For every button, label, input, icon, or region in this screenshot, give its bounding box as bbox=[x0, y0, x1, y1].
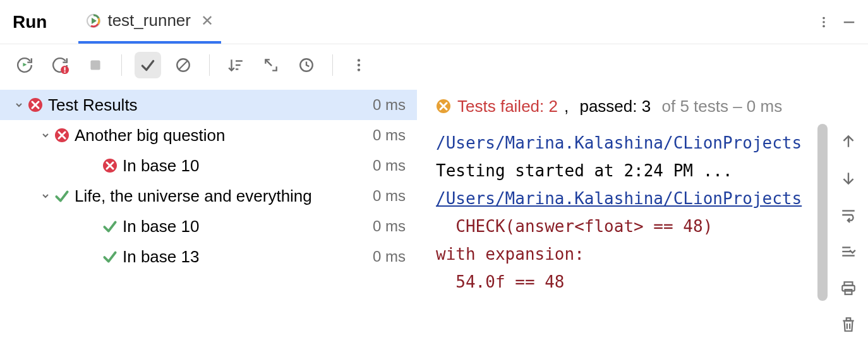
test-tree-row[interactable]: In base 130 ms bbox=[0, 241, 417, 272]
rerun-failed-button[interactable] bbox=[47, 52, 73, 78]
soft-wrap-button[interactable] bbox=[837, 204, 860, 226]
summary-line: Tests failed: 2, passed: 3 of 5 tests – … bbox=[436, 92, 826, 120]
svg-rect-9 bbox=[64, 71, 66, 72]
svg-line-12 bbox=[179, 61, 188, 69]
rerun-button[interactable] bbox=[11, 52, 38, 78]
svg-line-17 bbox=[265, 59, 272, 66]
console-line: /Users/Marina.Kalashina/CLionProjects bbox=[436, 129, 826, 157]
scrollbar[interactable] bbox=[817, 124, 828, 301]
svg-point-19 bbox=[358, 59, 360, 61]
svg-marker-1 bbox=[92, 18, 97, 24]
show-passed-toggle[interactable] bbox=[135, 52, 161, 78]
more-icon[interactable] bbox=[811, 9, 836, 35]
console-line: 54.0f == 48 bbox=[436, 268, 826, 296]
svg-rect-8 bbox=[64, 67, 66, 70]
svg-marker-6 bbox=[23, 63, 27, 66]
fail-icon bbox=[53, 128, 71, 143]
test-tree-row[interactable]: In base 100 ms bbox=[0, 211, 417, 241]
test-row-label: Another big question bbox=[75, 126, 373, 145]
test-row-label: Life, the universe and everything bbox=[75, 186, 373, 206]
hide-icon[interactable] bbox=[836, 9, 862, 35]
test-row-duration: 0 ms bbox=[373, 157, 406, 174]
svg-point-4 bbox=[823, 25, 825, 27]
test-row-duration: 0 ms bbox=[373, 248, 406, 265]
test-tree-row[interactable]: Test Results0 ms bbox=[0, 90, 417, 120]
console-line: Testing started at 2:24 PM ... bbox=[436, 157, 826, 185]
svg-point-3 bbox=[823, 21, 825, 23]
test-row-duration: 0 ms bbox=[373, 217, 406, 235]
history-button[interactable] bbox=[293, 52, 320, 78]
fail-icon bbox=[101, 158, 119, 173]
svg-point-21 bbox=[358, 68, 360, 71]
test-row-label: In base 10 bbox=[123, 156, 373, 176]
sort-button[interactable] bbox=[222, 52, 249, 78]
test-row-label: Test Results bbox=[48, 95, 373, 115]
expand-all-button[interactable] bbox=[258, 52, 284, 78]
tab-test-runner[interactable]: test_runner ✕ bbox=[78, 0, 221, 44]
pass-icon bbox=[101, 218, 119, 234]
run-config-icon bbox=[86, 13, 101, 28]
svg-point-2 bbox=[823, 16, 825, 19]
console-line: CHECK(answer<float> == 48) bbox=[436, 212, 826, 240]
test-output-console[interactable]: Tests failed: 2, passed: 3 of 5 tests – … bbox=[417, 86, 829, 359]
summary-total: of 5 tests – 0 ms bbox=[657, 97, 782, 116]
print-button[interactable] bbox=[837, 277, 860, 300]
scroll-to-end-button[interactable] bbox=[837, 240, 860, 263]
console-line: with expansion: bbox=[436, 240, 826, 268]
test-toolbar bbox=[0, 44, 868, 86]
pass-icon bbox=[53, 188, 71, 204]
fail-icon bbox=[27, 97, 44, 113]
test-row-duration: 0 ms bbox=[373, 126, 406, 144]
test-row-duration: 0 ms bbox=[373, 96, 406, 114]
test-row-duration: 0 ms bbox=[373, 187, 406, 205]
console-gutter bbox=[829, 86, 868, 359]
svg-rect-36 bbox=[847, 318, 851, 320]
toolbar-more-icon[interactable] bbox=[346, 52, 372, 78]
warning-icon bbox=[436, 99, 451, 114]
svg-rect-5 bbox=[844, 21, 855, 23]
pass-icon bbox=[101, 248, 119, 265]
test-row-label: In base 13 bbox=[123, 247, 373, 267]
close-icon[interactable]: ✕ bbox=[201, 13, 214, 28]
chevron-down-icon[interactable] bbox=[38, 130, 53, 140]
tab-label: test_runner bbox=[107, 11, 191, 30]
show-ignored-toggle[interactable] bbox=[170, 52, 196, 78]
test-row-label: In base 10 bbox=[123, 217, 373, 236]
chevron-down-icon[interactable] bbox=[11, 100, 27, 110]
test-tree[interactable]: Test Results0 msAnother big question0 ms… bbox=[0, 86, 417, 359]
chevron-down-icon[interactable] bbox=[38, 191, 53, 201]
console-line: /Users/Marina.Kalashina/CLionProjects bbox=[436, 185, 826, 212]
summary-passed: passed: 3 bbox=[579, 97, 651, 116]
stop-button[interactable] bbox=[82, 52, 109, 78]
test-tree-row[interactable]: Life, the universe and everything0 ms bbox=[0, 181, 417, 211]
trash-button[interactable] bbox=[837, 313, 860, 336]
test-tree-row[interactable]: Another big question0 ms bbox=[0, 120, 417, 150]
down-arrow-button[interactable] bbox=[837, 167, 860, 190]
up-arrow-button[interactable] bbox=[837, 130, 860, 153]
summary-failed: Tests failed: 2 bbox=[457, 97, 558, 116]
svg-point-20 bbox=[358, 63, 360, 66]
svg-rect-10 bbox=[90, 60, 100, 70]
test-tree-row[interactable]: In base 100 ms bbox=[0, 150, 417, 181]
tool-window-title: Run bbox=[13, 12, 47, 32]
